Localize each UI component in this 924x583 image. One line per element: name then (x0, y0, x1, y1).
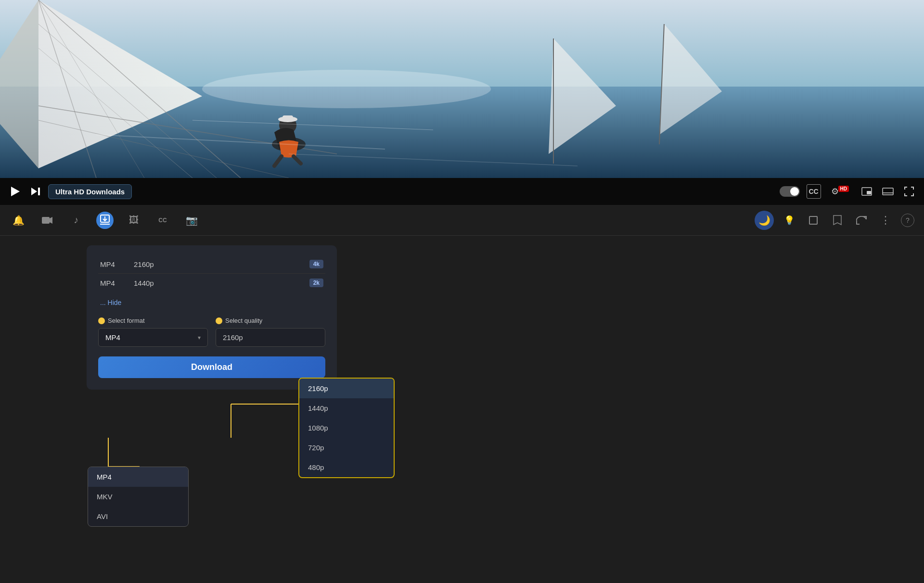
toolbar: 🔔 ♪ 🖼 CC 📷 🌙 💡 (0, 205, 924, 236)
download-popup: MP4 2160p 4k MP4 1440p 2k ... Hide Selec… (87, 245, 337, 390)
video-controls-bar: Ultra HD Downloads CC ⚙ HD (0, 178, 924, 205)
download-active-icon[interactable] (96, 212, 114, 229)
quality-option-1080p[interactable]: 1080p (299, 418, 394, 438)
format-value: MP4 (105, 333, 120, 342)
svg-rect-15 (282, 115, 293, 121)
format-label: Select format (98, 317, 208, 324)
miniplayer-button[interactable] (860, 184, 874, 199)
ultra-label: Ultra HD (55, 188, 84, 196)
quality-label: Select quality (216, 317, 325, 324)
moon-button[interactable]: 🌙 (755, 211, 774, 230)
format-select[interactable]: MP4 ▾ (98, 328, 208, 347)
format-group: Select format MP4 ▾ (98, 317, 208, 347)
caption-icon[interactable]: CC (154, 212, 171, 229)
hd-badge: HD (838, 186, 849, 192)
quality-group: Select quality 2160p (216, 317, 325, 347)
format-option-avi[interactable]: AVI (88, 507, 188, 526)
bell-icon[interactable]: 🔔 (10, 212, 27, 229)
help-icon[interactable]: ? (901, 214, 914, 227)
badge-4k: 4k (309, 260, 323, 268)
quality-row-2k: MP4 1440p 2k (98, 274, 325, 292)
format-dropdown[interactable]: MP4 MKV AVI (88, 467, 189, 527)
download-panel-area: MP4 2160p 4k MP4 1440p 2k ... Hide Selec… (0, 236, 924, 583)
format-dot (98, 317, 105, 324)
svg-marker-23 (31, 188, 37, 195)
bulb-icon[interactable]: 💡 (781, 212, 798, 229)
cc-button[interactable]: CC (807, 184, 821, 199)
quality-dropdown[interactable]: 2160p 1440p 1080p 720p 480p (298, 378, 395, 478)
svg-marker-30 (50, 217, 52, 224)
chevron-down-icon: ▾ (198, 334, 201, 341)
play-icon (11, 187, 20, 196)
svg-rect-27 (883, 188, 893, 195)
play-button[interactable] (8, 184, 23, 199)
quality-option-2160p[interactable]: 2160p (299, 379, 394, 398)
right-controls: CC ⚙ HD (780, 184, 916, 199)
svg-rect-34 (809, 216, 817, 224)
format-option-mp4[interactable]: MP4 (88, 467, 188, 487)
format-mp4-4k: MP4 (100, 260, 124, 268)
download-form: Select format MP4 ▾ Select quality 2160p (98, 317, 325, 347)
save-icon[interactable] (829, 212, 846, 229)
theater-button[interactable] (881, 184, 895, 199)
hide-link[interactable]: ... Hide (98, 296, 325, 313)
quality-label-text: Select quality (225, 317, 262, 324)
toolbar-right: 🌙 💡 ⋮ ? (755, 211, 914, 230)
svg-rect-24 (38, 188, 40, 195)
quality-row-4k: MP4 2160p 4k (98, 255, 325, 274)
skip-button[interactable] (29, 185, 42, 198)
download-button[interactable]: Download (98, 356, 325, 378)
format-option-mkv[interactable]: MKV (88, 487, 188, 507)
more-icon[interactable]: ⋮ (877, 212, 894, 229)
format-mp4-2k: MP4 (100, 279, 124, 287)
format-label-text: Select format (108, 317, 145, 324)
music-icon[interactable]: ♪ (67, 212, 85, 229)
toggle-thumb (790, 187, 799, 196)
repeat-icon[interactable] (853, 212, 870, 229)
svg-rect-26 (867, 191, 871, 194)
fullscreen-button[interactable] (902, 184, 916, 199)
quality-option-480p[interactable]: 480p (299, 457, 394, 477)
quality-option-1440p[interactable]: 1440p (299, 398, 394, 418)
quality-rows: MP4 2160p 4k MP4 1440p 2k (98, 255, 325, 292)
svg-point-2 (202, 70, 491, 108)
res-1440p: 1440p (134, 279, 163, 287)
downloads-label: Downloads (86, 188, 125, 196)
camera-icon[interactable]: 📷 (183, 212, 200, 229)
crop-icon[interactable] (805, 212, 822, 229)
video-icon[interactable] (38, 212, 56, 229)
badge-2k: 2k (309, 279, 323, 287)
quality-select[interactable]: 2160p (216, 328, 325, 347)
res-2160p: 2160p (134, 260, 163, 268)
autoplay-toggle[interactable] (780, 186, 800, 197)
quality-option-720p[interactable]: 720p (299, 438, 394, 457)
channel-badge: Ultra HD Downloads (48, 184, 132, 199)
svg-rect-29 (42, 217, 50, 224)
video-player (0, 0, 924, 178)
image-icon[interactable]: 🖼 (125, 212, 142, 229)
quality-dot (216, 317, 222, 324)
